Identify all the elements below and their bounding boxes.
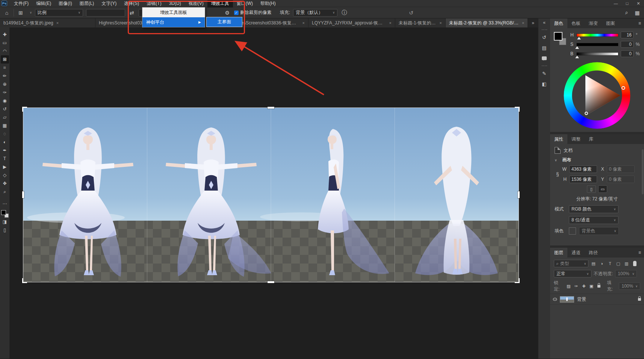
- type-tool[interactable]: T: [1, 155, 9, 163]
- canvas-fill-select[interactable]: 背景色 ∨: [579, 227, 619, 235]
- filter-toggle-icon[interactable]: [633, 261, 636, 266]
- lock-image-pixels-icon[interactable]: ✑: [573, 284, 579, 289]
- history-panel-icon[interactable]: ↺: [540, 33, 549, 42]
- menu-select[interactable]: 选择(S): [120, 0, 143, 8]
- eraser-tool[interactable]: ▱: [1, 113, 9, 121]
- crop-tool-icon[interactable]: ⊞: [17, 10, 24, 16]
- hue-slider[interactable]: [576, 33, 618, 37]
- fill-select[interactable]: 背景（默认） ∨: [293, 9, 337, 17]
- filter-adjustment-layers-icon[interactable]: ◑: [599, 261, 605, 266]
- orientation-portrait-button[interactable]: ▯: [587, 185, 596, 193]
- tab-patterns[interactable]: 图案: [602, 18, 619, 28]
- shape-tool[interactable]: ◇: [1, 171, 9, 179]
- menu-file[interactable]: 文件(F): [10, 0, 32, 8]
- chevron-down-icon[interactable]: ∨: [30, 11, 32, 14]
- lock-artboard-icon[interactable]: ▣: [589, 284, 594, 289]
- document-tab[interactable]: b1499d14_0-恢复的.jpeg ×: [0, 18, 95, 27]
- menu-type[interactable]: 文字(Y): [98, 0, 120, 8]
- search-icon[interactable]: ⌕: [623, 9, 630, 16]
- close-icon[interactable]: ×: [389, 21, 391, 25]
- collapse-panels-icon[interactable]: «: [543, 20, 546, 25]
- close-icon[interactable]: ×: [302, 21, 305, 25]
- foreground-background-swatches[interactable]: [1, 210, 9, 218]
- dodge-tool[interactable]: ◐: [1, 138, 9, 146]
- close-icon[interactable]: ×: [56, 21, 59, 25]
- dock-grip[interactable]: [542, 65, 547, 66]
- libraries-panel-icon[interactable]: ▤: [540, 43, 549, 52]
- tool-presets-panel-icon[interactable]: ✎: [540, 69, 549, 78]
- canvas-height-field[interactable]: 1536 像素: [569, 176, 597, 183]
- canvas-fill-swatch[interactable]: [569, 227, 576, 235]
- menu-window[interactable]: 窗口(W): [233, 0, 257, 8]
- crop-handle-left-center[interactable]: [22, 191, 24, 198]
- move-tool[interactable]: ✚: [1, 30, 9, 39]
- menu-edit[interactable]: 编辑(E): [32, 0, 55, 8]
- zoom-tool[interactable]: ⌕: [1, 188, 9, 196]
- menu-filter[interactable]: 滤镜(T): [143, 0, 165, 8]
- canvas-y-field[interactable]: 0 像素: [607, 176, 635, 183]
- history-brush-tool[interactable]: ↺: [1, 105, 9, 113]
- link-dimensions-icon[interactable]: §: [556, 165, 559, 183]
- menu-3d[interactable]: 3D(D): [165, 0, 185, 7]
- visibility-eye-icon[interactable]: ⊙: [552, 297, 558, 302]
- document-tab[interactable]: LQYYZFA_JJYRXM_approval-恢复的.png ×: [308, 18, 395, 27]
- crop-handle-top-right[interactable]: [515, 107, 520, 112]
- bit-depth-select[interactable]: 8 位/通道 ∨: [569, 216, 618, 224]
- saturation-brightness-triangle[interactable]: [564, 62, 630, 129]
- crop-handle-top-center[interactable]: [268, 107, 274, 109]
- color-mode-select[interactable]: RGB 颜色 ∨: [569, 205, 618, 213]
- slider-thumb[interactable]: [577, 35, 581, 39]
- layer-row-background[interactable]: ⊙ 背景: [550, 294, 644, 305]
- menu-help[interactable]: 帮助(H): [257, 0, 280, 8]
- menu-image[interactable]: 图像(I): [55, 0, 76, 8]
- delete-cropped-checkbox[interactable]: ✓ 删除裁剪的像素: [234, 9, 272, 16]
- frame-tool[interactable]: ⌗: [1, 64, 9, 72]
- minimize-button[interactable]: —: [610, 0, 621, 7]
- tab-adjustments[interactable]: 调整: [567, 134, 585, 144]
- menu-plugins[interactable]: 增效工具: [207, 0, 233, 8]
- swap-dimensions-icon[interactable]: ⇄: [128, 10, 136, 16]
- layer-filter-select[interactable]: ⌕ 类型 ∨: [554, 260, 588, 267]
- filter-shape-layers-icon[interactable]: ▢: [615, 261, 621, 266]
- foreground-color-swatch[interactable]: [554, 32, 562, 41]
- lasso-tool[interactable]: ◠: [1, 47, 9, 55]
- eyedropper-tool[interactable]: ✏: [1, 72, 9, 80]
- tab-layers[interactable]: 图层: [550, 248, 567, 258]
- crop-handle-bottom-center[interactable]: [268, 281, 274, 283]
- comments-panel-icon[interactable]: [540, 54, 549, 63]
- chevron-down-icon[interactable]: ∨: [555, 158, 557, 162]
- filter-pixel-layers-icon[interactable]: ▤: [590, 261, 597, 266]
- saturation-value[interactable]: 0: [621, 41, 633, 48]
- canvas-section-header[interactable]: 画布: [562, 157, 571, 163]
- menu-view[interactable]: 视图(V): [185, 0, 207, 8]
- brush-tool[interactable]: ✑: [1, 88, 9, 97]
- gradient-tool[interactable]: ▦: [1, 121, 9, 130]
- slider-thumb[interactable]: [575, 44, 579, 49]
- scrollbar[interactable]: [642, 149, 644, 194]
- menu-layer[interactable]: 图层(L): [76, 0, 98, 8]
- hue-value[interactable]: 16: [621, 32, 633, 38]
- adjustments-panel-icon[interactable]: ◧: [540, 79, 549, 88]
- close-icon[interactable]: ×: [440, 21, 442, 25]
- tab-properties[interactable]: 属性: [550, 134, 567, 144]
- canvas-x-field[interactable]: 0 像素: [607, 165, 635, 173]
- tab-color[interactable]: 颜色: [550, 18, 567, 28]
- canvas-area[interactable]: [10, 27, 538, 359]
- orientation-landscape-button[interactable]: ▭: [598, 185, 607, 193]
- tab-gradients[interactable]: 渐变: [585, 18, 602, 28]
- workspace-switcher-icon[interactable]: ▦: [633, 10, 641, 16]
- close-button[interactable]: ✕: [633, 0, 644, 7]
- filter-smart-objects-icon[interactable]: ▥: [623, 261, 630, 266]
- crop-handle-top-left[interactable]: [22, 107, 27, 112]
- edit-toolbar-icon[interactable]: ⋯: [1, 200, 9, 208]
- close-icon[interactable]: ×: [522, 21, 524, 25]
- tab-paths[interactable]: 路径: [585, 248, 602, 258]
- brightness-slider[interactable]: [576, 52, 618, 56]
- submenu-item-main-interface[interactable]: 主界面: [206, 17, 242, 27]
- crop-ratio-select[interactable]: 比例 ∨: [35, 9, 83, 17]
- menu-item-shenchuang-platform[interactable]: 神创平台 ▶: [142, 17, 205, 27]
- crop-handle-bottom-left[interactable]: [22, 278, 27, 283]
- blend-mode-select[interactable]: 正常 ∨: [554, 270, 591, 277]
- quick-mask-button[interactable]: ◨: [1, 218, 9, 226]
- info-icon[interactable]: ⓘ: [340, 9, 348, 16]
